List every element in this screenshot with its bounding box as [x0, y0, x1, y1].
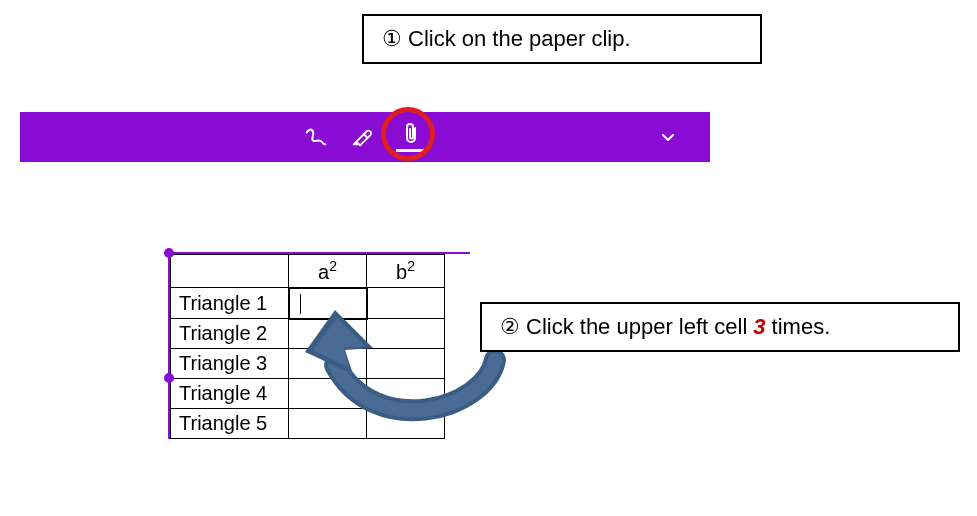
step-text-1: Click on the paper clip.: [408, 26, 631, 52]
cell-b2-row1[interactable]: [367, 288, 445, 319]
spreadsheet-fragment: a2 b2 Triangle 1 Triangle 2 Triangle 3 T…: [168, 252, 470, 439]
step-text-2a: Click the upper left cell: [526, 314, 747, 340]
step-number-2: ②: [500, 314, 520, 340]
callout-step-2: ② Click the upper left cell 3 times.: [480, 302, 960, 352]
row-label[interactable]: Triangle 5: [171, 409, 289, 439]
step-text-2b: times.: [772, 314, 831, 340]
text-cursor: [300, 294, 301, 314]
step-number-1: ①: [382, 26, 402, 52]
chevron-down-icon[interactable]: [656, 112, 680, 162]
triangle-table: a2 b2 Triangle 1 Triangle 2 Triangle 3 T…: [170, 254, 445, 439]
paperclip-tool[interactable]: [396, 122, 426, 152]
cell[interactable]: [367, 379, 445, 409]
header-blank: [171, 255, 289, 288]
callout-step-1: ① Click on the paper clip.: [362, 14, 762, 64]
cell[interactable]: [367, 409, 445, 439]
drawing-toolbar: [20, 112, 710, 162]
scribble-icon[interactable]: [304, 125, 328, 149]
cell[interactable]: [367, 349, 445, 379]
row-label[interactable]: Triangle 4: [171, 379, 289, 409]
step-emphasis: 3: [753, 314, 765, 340]
cell[interactable]: [367, 319, 445, 349]
cell[interactable]: [289, 349, 367, 379]
paperclip-icon: [399, 122, 423, 146]
header-b2: b2: [367, 255, 445, 288]
cell[interactable]: [289, 319, 367, 349]
cell-a2-row1[interactable]: [289, 288, 367, 319]
active-tool-underline: [396, 149, 426, 152]
header-a2: a2: [289, 255, 367, 288]
toolbar-icon-group: [304, 122, 426, 152]
highlighter-icon[interactable]: [350, 125, 374, 149]
row-label[interactable]: Triangle 1: [171, 288, 289, 319]
cell[interactable]: [289, 379, 367, 409]
row-label[interactable]: Triangle 3: [171, 349, 289, 379]
selection-handle[interactable]: [164, 373, 174, 383]
cell[interactable]: [289, 409, 367, 439]
row-label[interactable]: Triangle 2: [171, 319, 289, 349]
